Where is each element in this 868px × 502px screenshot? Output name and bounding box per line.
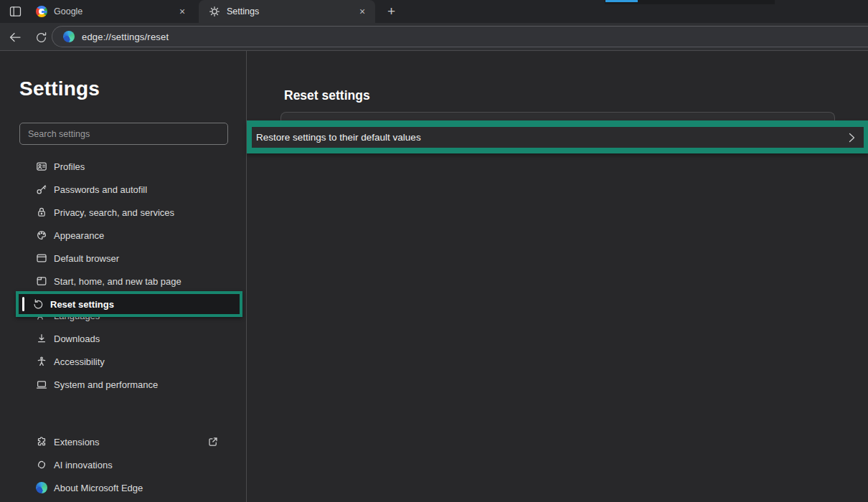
selection-indicator bbox=[22, 297, 24, 311]
annotation-box-restore-settings: Restore settings to their default values bbox=[247, 120, 868, 153]
nav-group-gap bbox=[0, 419, 246, 430]
google-favicon bbox=[36, 6, 47, 17]
palette-icon bbox=[36, 229, 47, 241]
sidebar-item-downloads[interactable]: Downloads bbox=[0, 327, 246, 350]
browser-window-icon bbox=[36, 252, 47, 264]
settings-nav: Profiles Passwords and autofill Privacy,… bbox=[0, 155, 246, 499]
copilot-icon bbox=[36, 459, 47, 470]
tab-actions-icon bbox=[9, 6, 22, 17]
sidebar-item-label: Accessibility bbox=[54, 356, 105, 367]
page-title: Settings bbox=[19, 77, 100, 100]
key-icon bbox=[36, 184, 47, 195]
tab-title: Google bbox=[54, 6, 176, 16]
chevron-right-icon bbox=[849, 133, 855, 143]
new-tab-button[interactable]: + bbox=[382, 4, 400, 19]
sidebar-divider bbox=[246, 51, 247, 502]
sidebar-item-start-home-newtab[interactable]: Start, home, and new tab page bbox=[0, 270, 246, 293]
sidebar-item-passwords[interactable]: Passwords and autofill bbox=[0, 178, 246, 201]
url-text: edge://settings/reset bbox=[82, 32, 169, 42]
restore-settings-label: Restore settings to their default values bbox=[256, 132, 421, 143]
profiles-icon bbox=[36, 161, 47, 172]
sidebar-item-reset-settings-slot bbox=[0, 396, 246, 419]
laptop-icon bbox=[36, 379, 47, 390]
tab-actions-button[interactable] bbox=[6, 4, 24, 19]
search-input[interactable] bbox=[19, 123, 228, 145]
download-icon bbox=[36, 333, 47, 344]
sidebar-item-profiles[interactable]: Profiles bbox=[0, 155, 246, 178]
sidebar-item-label: Privacy, search, and services bbox=[54, 207, 174, 218]
tab-title: Settings bbox=[227, 6, 356, 16]
annotation-box-reset-settings: Reset settings bbox=[16, 291, 242, 317]
sidebar-item-label: Start, home, and new tab page bbox=[54, 276, 181, 287]
tab-google[interactable]: Google × bbox=[26, 0, 195, 23]
edge-favicon bbox=[63, 31, 75, 42]
sidebar-item-appearance[interactable]: Appearance bbox=[0, 224, 246, 247]
sidebar-item-extensions[interactable]: Extensions bbox=[0, 430, 246, 453]
blue-accent-strip bbox=[605, 0, 638, 2]
settings-page: Settings Profiles Passwords and autofill… bbox=[0, 51, 868, 502]
navigation-toolbar: edge://settings/reset bbox=[0, 23, 868, 51]
lock-icon bbox=[36, 207, 47, 218]
sidebar-item-label: Default browser bbox=[54, 253, 119, 264]
sidebar-item-accessibility[interactable]: Accessibility bbox=[0, 350, 246, 373]
back-arrow-icon bbox=[9, 32, 22, 43]
sidebar-item-system-performance[interactable]: System and performance bbox=[0, 373, 246, 396]
sidebar-item-label: AI innovations bbox=[54, 460, 113, 470]
external-link-icon bbox=[207, 436, 219, 447]
reset-icon bbox=[32, 298, 44, 310]
sidebar-item-ai-innovations[interactable]: AI innovations bbox=[0, 453, 246, 476]
tab-strip: Google × Settings × + bbox=[0, 0, 868, 23]
sidebar-item-label: About Microsoft Edge bbox=[54, 483, 143, 493]
sidebar-item-label: Extensions bbox=[54, 437, 100, 447]
accessibility-icon bbox=[36, 356, 47, 367]
sidebar-item-label: Appearance bbox=[54, 230, 104, 241]
edge-logo-icon bbox=[36, 482, 47, 493]
new-tab-page-icon bbox=[36, 275, 47, 287]
sidebar-item-about-edge[interactable]: About Microsoft Edge bbox=[0, 476, 246, 499]
sidebar-item-label: Passwords and autofill bbox=[54, 184, 147, 195]
sidebar-item-privacy[interactable]: Privacy, search, and services bbox=[0, 201, 246, 224]
sidebar-item-label: Downloads bbox=[54, 333, 100, 344]
close-tab-icon[interactable]: × bbox=[356, 5, 369, 18]
address-bar[interactable]: edge://settings/reset bbox=[52, 26, 868, 47]
refresh-button[interactable] bbox=[32, 29, 50, 46]
close-tab-icon[interactable]: × bbox=[176, 5, 189, 18]
sidebar-item-reset-settings[interactable]: Reset settings bbox=[50, 299, 114, 310]
sidebar-item-label: System and performance bbox=[54, 379, 158, 390]
puzzle-icon bbox=[36, 436, 47, 447]
sidebar-item-label: Profiles bbox=[54, 161, 85, 172]
restore-settings-row[interactable]: Restore settings to their default values bbox=[252, 127, 864, 148]
gear-icon bbox=[209, 6, 220, 17]
tab-settings[interactable]: Settings × bbox=[199, 0, 375, 23]
back-button[interactable] bbox=[6, 29, 24, 46]
refresh-icon bbox=[35, 32, 47, 44]
sidebar-item-default-browser[interactable]: Default browser bbox=[0, 247, 246, 270]
main-heading: Reset settings bbox=[284, 88, 370, 103]
